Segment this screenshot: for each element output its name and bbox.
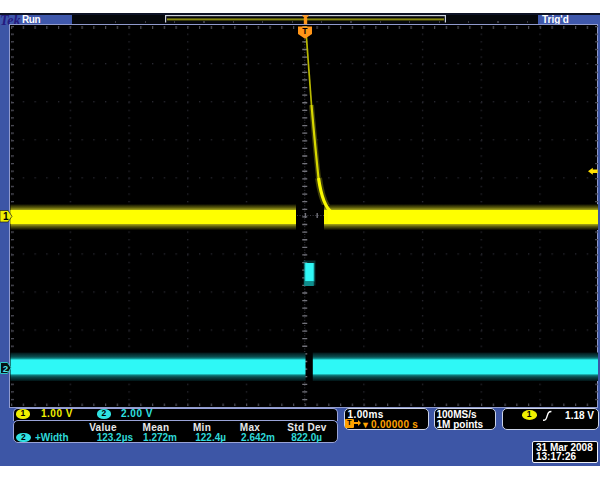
svg-text:T: T bbox=[302, 26, 308, 36]
svg-text:1: 1 bbox=[3, 211, 9, 222]
svg-text:2: 2 bbox=[3, 363, 9, 374]
